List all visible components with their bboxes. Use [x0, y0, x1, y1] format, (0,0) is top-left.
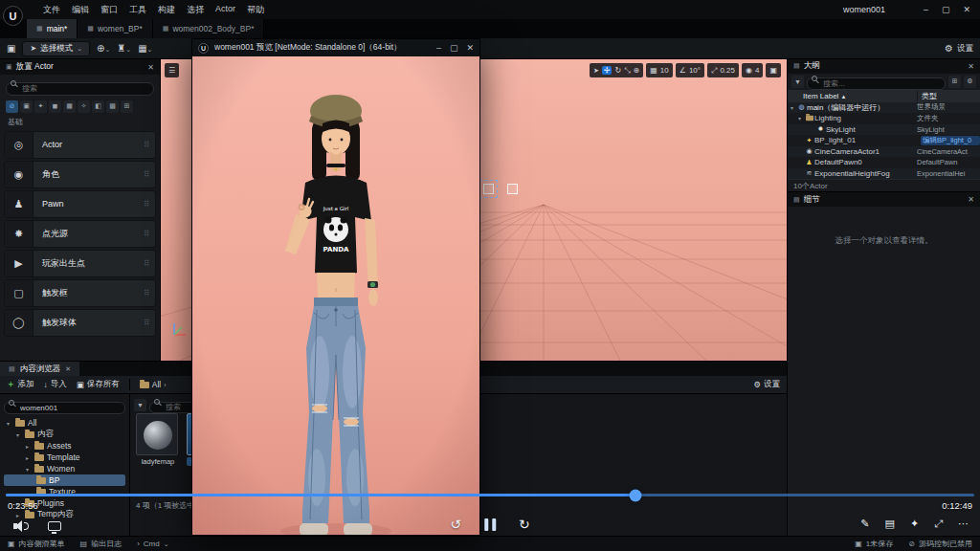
unreal-logo-icon[interactable]: U: [3, 6, 23, 26]
asset-tile-material[interactable]: ladyfemap: [136, 413, 180, 466]
outliner-row-heightfog[interactable]: ≋ ExponentialHeightFog ExponentialHei: [788, 168, 980, 179]
blueprints-icon[interactable]: ♜⌄: [117, 43, 131, 54]
tree-item-all[interactable]: ▾All: [4, 417, 125, 429]
select-tool-icon[interactable]: ➤: [593, 67, 599, 75]
unsaved-indicator[interactable]: ▣1未保存: [855, 539, 893, 549]
import-button[interactable]: ↓导入: [44, 379, 67, 390]
outliner-row-defaultpawn[interactable]: ♟ DefaultPawn0 DefaultPawn: [788, 157, 980, 167]
preview-viewport[interactable]: Just a Girl PANDA: [192, 56, 479, 535]
column-item-label[interactable]: Item Label ▲: [788, 92, 917, 100]
actor-billboard-1[interactable]: [483, 184, 494, 194]
maximize-viewport-icon[interactable]: ▣: [766, 63, 781, 77]
place-item-trigger-box[interactable]: ▢ 触发框 ⠿: [4, 279, 156, 307]
more-icon[interactable]: ⋯: [958, 518, 969, 530]
drag-grip-icon[interactable]: ⠿: [144, 141, 155, 149]
category-shapes-icon[interactable]: ◼: [49, 100, 61, 113]
annotate-icon[interactable]: ✎: [860, 518, 869, 530]
content-drawer-button[interactable]: ▣内容侧滑菜单: [8, 539, 65, 549]
tab-main-level[interactable]: ▦main*: [27, 19, 78, 38]
viewport-menu-icon[interactable]: ☰: [165, 63, 179, 77]
menu-window[interactable]: 窗口: [95, 4, 123, 16]
outliner-row-lighting[interactable]: ▾ Lighting 文件夹: [788, 113, 980, 123]
maximize-button[interactable]: ▢: [942, 5, 950, 14]
outliner-row-world[interactable]: ▾◍ main（编辑器中运行） 世界场景: [788, 102, 980, 113]
drag-grip-icon[interactable]: ⠿: [144, 170, 155, 179]
outliner-row-bp-light[interactable]: ✦ BP_light_01 编辑BP_light_0: [788, 135, 980, 145]
place-actor-search-input[interactable]: [6, 82, 154, 96]
tree-item-plugins[interactable]: ▸Plugins: [4, 497, 125, 509]
source-control-status[interactable]: ⊘源码控制已禁用: [908, 539, 972, 549]
minimize-button[interactable]: –: [924, 5, 928, 14]
place-item-trigger-sphere[interactable]: ◯ 触发球体 ⠿: [4, 309, 156, 337]
place-actor-header[interactable]: ▣ 放置 Actor ✕: [0, 59, 160, 75]
cmd-console[interactable]: ›Cmd⌄: [137, 540, 168, 548]
cinematics-icon[interactable]: ▦⌄: [138, 43, 152, 54]
breadcrumb[interactable]: All›: [140, 380, 167, 389]
tree-item-assets[interactable]: ▸Assets: [4, 440, 125, 452]
category-cinematic-icon[interactable]: ▦: [63, 100, 76, 113]
toolbar-settings-button[interactable]: ⚙ 设置: [945, 43, 973, 55]
category-lights-icon[interactable]: ✦: [34, 100, 47, 113]
column-type[interactable]: 类型: [917, 91, 980, 101]
close-icon[interactable]: ✕: [147, 63, 154, 72]
grid-snap-control[interactable]: ▦10: [646, 63, 672, 77]
menu-actor[interactable]: Actor: [210, 4, 241, 16]
place-item-character[interactable]: ◉ 角色 ⠿: [4, 161, 156, 188]
tree-item-bp[interactable]: BP: [4, 474, 125, 486]
menu-select[interactable]: 选择: [181, 4, 210, 16]
tree-item-women[interactable]: ▾Women: [4, 463, 125, 474]
close-button[interactable]: ✕: [963, 5, 970, 14]
drag-grip-icon[interactable]: ⠿: [144, 289, 155, 298]
forward-icon[interactable]: ↻: [519, 517, 530, 532]
content-browser-tab[interactable]: ▤ 内容浏览器 ✕: [0, 362, 79, 376]
edit-blueprint-link[interactable]: 编辑BP_light_0: [921, 136, 980, 145]
tab-women-bp[interactable]: ▦women_BP*: [78, 19, 152, 38]
display-icon[interactable]: [48, 521, 61, 531]
place-item-pawn[interactable]: ♟ Pawn ⠿: [4, 190, 156, 218]
rotate-tool-icon[interactable]: ↻: [614, 66, 621, 75]
filter-icon[interactable]: ▼: [134, 399, 146, 411]
world-space-icon[interactable]: ⊕: [634, 66, 640, 75]
drag-grip-icon[interactable]: ⠿: [144, 230, 155, 238]
save-icon[interactable]: ▣: [7, 43, 15, 54]
outliner-search-input[interactable]: [807, 77, 946, 90]
outliner-settings-icon[interactable]: ⚙: [964, 76, 976, 88]
content-browser-settings-button[interactable]: ⚙设置: [753, 379, 780, 390]
panel-icon[interactable]: ▤: [885, 518, 895, 530]
tree-search-input[interactable]: [4, 402, 125, 414]
close-icon[interactable]: ✕: [65, 365, 71, 373]
drag-grip-icon[interactable]: ⠿: [144, 319, 155, 327]
preview-title-bar[interactable]: U women001 预览 [NetMode: Standalone 0]（64…: [192, 39, 479, 56]
place-item-actor[interactable]: ◎ Actor ⠿: [4, 131, 156, 159]
menu-build[interactable]: 构建: [152, 4, 181, 16]
minimize-button[interactable]: –: [436, 43, 441, 53]
actor-billboard-2[interactable]: [507, 184, 518, 194]
effects-icon[interactable]: ✦: [910, 518, 919, 530]
tab-women002-body-bp[interactable]: ▦women002_Body_BP*: [153, 19, 265, 38]
fullscreen-icon[interactable]: ⤢: [934, 518, 943, 530]
outliner-row-cinecamera[interactable]: ◉ CineCameraActor1 CineCameraAct: [788, 146, 980, 157]
close-button[interactable]: ✕: [466, 43, 474, 53]
progress-track[interactable]: [6, 494, 974, 496]
rotation-snap-control[interactable]: ∠10°: [676, 63, 704, 77]
category-recent-icon[interactable]: ⊘: [6, 100, 18, 113]
add-actor-icon[interactable]: ⊕⌄: [97, 43, 110, 54]
drag-grip-icon[interactable]: ⠿: [144, 200, 155, 209]
category-volumes-icon[interactable]: ▩: [106, 100, 119, 113]
scale-snap-control[interactable]: ⤢0.25: [707, 63, 739, 77]
outliner-row-skylight[interactable]: ✹ SkyLight SkyLight: [788, 124, 980, 135]
add-button[interactable]: ＋添加: [7, 379, 34, 390]
scale-tool-icon[interactable]: ⤡: [624, 66, 630, 76]
rewind-icon[interactable]: ↺: [450, 517, 461, 532]
menu-tools[interactable]: 工具: [123, 4, 152, 16]
progress-handle[interactable]: [629, 489, 641, 501]
place-item-player-start[interactable]: ▶ 玩家出生点 ⠿: [4, 250, 156, 277]
category-geometry-icon[interactable]: ◧: [92, 100, 104, 113]
columns-icon[interactable]: ⊞: [948, 76, 961, 88]
tree-item-content[interactable]: ▾内容: [4, 429, 125, 440]
place-item-point-light[interactable]: ✸ 点光源 ⠿: [4, 220, 156, 248]
menu-help[interactable]: 帮助: [241, 4, 270, 16]
maximize-button[interactable]: ▢: [450, 43, 458, 53]
volume-icon[interactable]: [13, 520, 31, 532]
pause-button[interactable]: [484, 518, 496, 531]
